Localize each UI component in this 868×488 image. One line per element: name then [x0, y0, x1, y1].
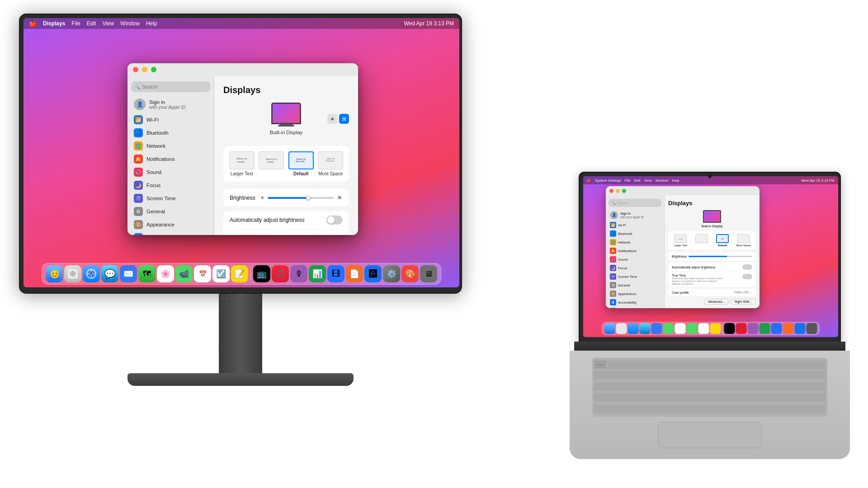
sidebar-item-network[interactable]: 🌐Network: [129, 140, 212, 152]
sidebar-item-focus[interactable]: 🌙Focus: [129, 179, 212, 192]
laptop-dock-icon-2[interactable]: [616, 323, 627, 334]
brightness-slider[interactable]: [268, 197, 334, 199]
laptop-dock-icon-9[interactable]: [698, 323, 709, 334]
dock-pixelmator[interactable]: 🎨: [401, 265, 419, 282]
laptop-maximize-btn[interactable]: [622, 189, 626, 193]
dock-numbers[interactable]: 📊: [309, 265, 326, 282]
laptop-dock-icon-17[interactable]: [795, 323, 806, 334]
laptop-search-container[interactable]: 🔍 Search: [609, 199, 661, 207]
laptop-close-btn[interactable]: [609, 189, 613, 193]
view-menu[interactable]: View: [102, 20, 114, 27]
sidebar-item-appearance[interactable]: 🎨Appearance: [129, 218, 212, 231]
laptop-brightness-slider[interactable]: [689, 256, 752, 257]
laptop-sidebar-item-control[interactable]: 🎛Control Center: [607, 307, 663, 308]
resolution-option-2[interactable]: Here's to ttroubl...: [259, 151, 285, 176]
laptop-res-default[interactable]: Def Default: [713, 234, 732, 247]
dock-launchpad[interactable]: [64, 265, 81, 282]
dock-podcasts[interactable]: 🎙: [290, 265, 307, 282]
laptop-night-shift-btn[interactable]: Night Shift...: [731, 299, 756, 305]
sidebar-item-general[interactable]: ⚙General: [129, 205, 212, 218]
dock-keynote[interactable]: 🎞: [327, 265, 344, 282]
laptop-res-2[interactable]: [692, 234, 712, 247]
laptop-sidebar-item-focus[interactable]: 🌙Focus: [607, 264, 663, 272]
dock-calendar[interactable]: 📅: [194, 265, 211, 282]
laptop-true-tone-toggle[interactable]: [742, 274, 752, 279]
sidebar-item-notifications[interactable]: 🔔Notifications: [129, 153, 212, 165]
resolution-more-space[interactable]: Here's towho use... More Space: [318, 151, 344, 176]
laptop-sidebar-item-sound[interactable]: 🔊Sound: [607, 255, 663, 263]
laptop-minimize-btn[interactable]: [616, 189, 620, 193]
laptop-sidebar-item-general[interactable]: ⚙General: [607, 281, 663, 289]
resolution-larger-text[interactable]: Here's totroubl... Larger Text: [229, 151, 255, 176]
sidebar-item-sound[interactable]: 🔊Sound: [129, 166, 212, 178]
sidebar-item-wifi[interactable]: 📶Wi-Fi: [129, 113, 212, 126]
sidebar-item-accessibility[interactable]: ♿Accessibility: [129, 231, 212, 235]
laptop-auto-brightness-toggle[interactable]: [742, 264, 752, 270]
sidebar-item-screentime[interactable]: ⏱Screen Time: [129, 192, 212, 205]
key-qwerty-row: [594, 382, 826, 390]
auto-brightness-toggle[interactable]: [326, 216, 343, 225]
dock-finder[interactable]: 😊: [46, 265, 63, 282]
dock-music[interactable]: 🎵: [272, 265, 289, 282]
dock-pages[interactable]: 📄: [346, 265, 363, 282]
sidebar-item-bluetooth[interactable]: 🔵Bluetooth: [129, 127, 212, 139]
help-menu[interactable]: Help: [146, 20, 157, 27]
laptop-dock-icon-6[interactable]: [663, 323, 674, 334]
apple-id-section[interactable]: 👤 Sign in with your Apple ID: [129, 96, 212, 113]
laptop-sidebar-item-network[interactable]: 🌐Network: [607, 238, 663, 246]
laptop-dock-icon-13[interactable]: [748, 323, 759, 334]
dock-maps[interactable]: 🗺: [138, 265, 156, 282]
search-input[interactable]: [142, 84, 207, 89]
add-display-button[interactable]: +: [327, 114, 337, 124]
laptop-color-profile-value[interactable]: Color LCD ⌄: [734, 291, 752, 294]
laptop-dock-icon-18[interactable]: [807, 323, 817, 334]
laptop-dock-icon-4[interactable]: [640, 323, 651, 334]
window-menu[interactable]: Window: [120, 20, 140, 27]
laptop-dock-icon-8[interactable]: [687, 323, 698, 334]
dock-mail[interactable]: ✉️: [120, 265, 137, 282]
laptop-sidebar-item-appearance[interactable]: 🎨Appearance: [607, 290, 663, 298]
dock-messages[interactable]: 💬: [101, 265, 118, 282]
laptop-trackpad[interactable]: [658, 422, 762, 448]
laptop-advanced-btn[interactable]: Advanced...: [704, 299, 729, 305]
dock-facetime[interactable]: 📹: [175, 265, 193, 282]
laptop-apple-id[interactable]: 👤 Sign in with your Apple ID: [607, 210, 663, 221]
resolution-default[interactable]: Here's towho use... Default: [288, 151, 314, 176]
dock-tv[interactable]: 📺: [253, 265, 270, 282]
dock-photos[interactable]: 🌸: [157, 265, 174, 282]
laptop-sidebar-item-wifi[interactable]: 📶Wi-Fi: [607, 221, 663, 229]
laptop-sidebar-item-accessibility[interactable]: ♿Accessibility: [607, 298, 663, 306]
minimize-button[interactable]: [142, 67, 147, 72]
dock-reminders[interactable]: ☑️: [212, 265, 230, 282]
laptop-res-more[interactable]: More Space: [734, 234, 754, 247]
dock-system-preferences[interactable]: ⚙️: [383, 265, 400, 282]
laptop-dock-icon-7[interactable]: [675, 323, 686, 334]
close-button[interactable]: [133, 67, 138, 72]
laptop-dock-icon-5[interactable]: [651, 323, 662, 334]
laptop-sidebar-item-bluetooth[interactable]: 🔵Bluetooth: [607, 230, 663, 238]
laptop-dock-icon-1[interactable]: [604, 323, 615, 334]
display-options-button[interactable]: ⊞: [339, 114, 349, 124]
dock-notes[interactable]: 📝: [231, 265, 248, 282]
laptop-sidebar-item-screentime[interactable]: ⏱Screen Time: [607, 272, 663, 281]
laptop-dock-icon-10[interactable]: [710, 323, 721, 334]
laptop-dock-icon-15[interactable]: [771, 323, 782, 334]
apple-menu[interactable]: 🍎: [29, 20, 37, 27]
file-menu[interactable]: File: [71, 20, 80, 27]
laptop-dock-icon-12[interactable]: [736, 323, 747, 334]
sidebar-search-container[interactable]: 🔍: [131, 81, 210, 92]
laptop-dock-icon-14[interactable]: [760, 323, 770, 334]
laptop-res-1[interactable]: Larger Larger Text: [671, 234, 690, 247]
dock-appstore[interactable]: 🅰: [364, 265, 382, 282]
edit-menu[interactable]: Edit: [87, 20, 96, 27]
key-esc[interactable]: esc: [594, 361, 607, 369]
laptop-dock-icon-11[interactable]: [724, 323, 735, 334]
dock-screensharing[interactable]: 🖥: [420, 265, 437, 282]
dock-safari[interactable]: [83, 265, 100, 282]
laptop-sidebar-label-wifi: Wi-Fi: [618, 223, 626, 227]
laptop-sidebar-item-notifications[interactable]: 🔔Notifications: [607, 247, 663, 255]
app-name-menu[interactable]: Displays: [43, 20, 65, 27]
laptop-dock-icon-3[interactable]: [628, 323, 639, 334]
maximize-button[interactable]: [151, 67, 156, 72]
laptop-dock-icon-16[interactable]: [783, 323, 794, 334]
